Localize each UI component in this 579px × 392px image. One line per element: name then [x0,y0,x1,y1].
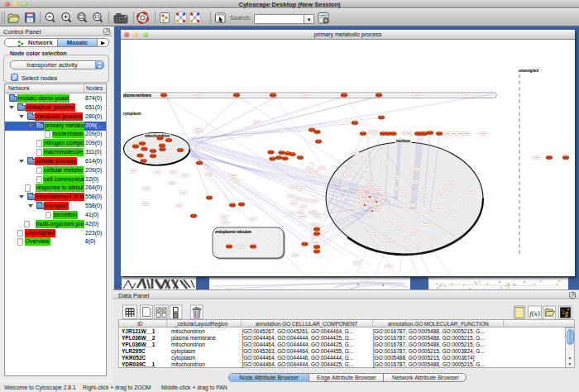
svg-text:nucleus: nucleus [396,139,410,143]
svg-text:endoplasmic reticulum: endoplasmic reticulum [215,230,251,234]
svg-text:f(x): f(x) [529,309,540,318]
svg-text:1:1: 1:1 [94,15,100,19]
svg-text:cytoplasm: cytoplasm [123,112,141,116]
svg-text:unassigned: unassigned [519,69,538,73]
svg-text:plasma membrane: plasma membrane [123,93,151,98]
